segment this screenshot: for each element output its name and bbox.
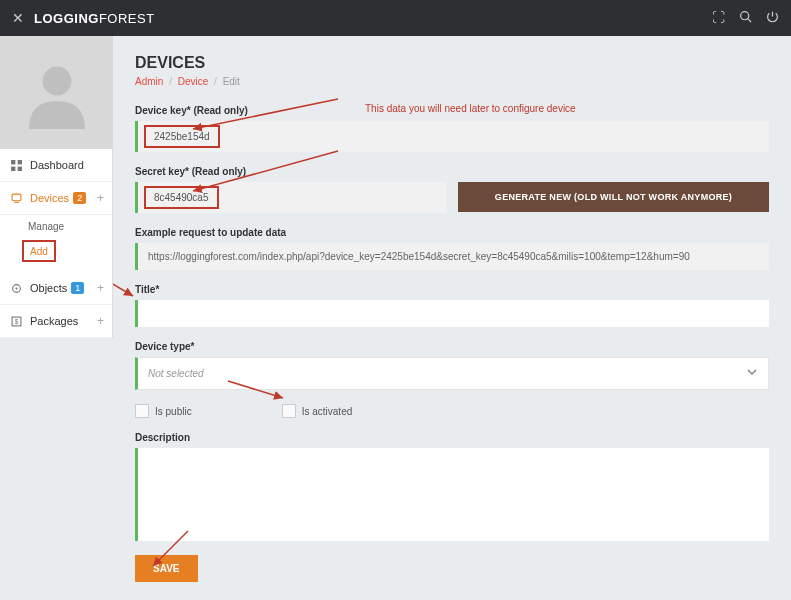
svg-rect-8 bbox=[14, 201, 18, 202]
svg-line-15 bbox=[113, 231, 133, 296]
sidebar-sub-add[interactable]: Add bbox=[22, 240, 56, 262]
secret-key-label: Secret key* (Read only) bbox=[135, 166, 769, 177]
secret-key-value: 8c45490ca5 bbox=[144, 186, 219, 209]
device-type-label: Device type* bbox=[135, 341, 769, 352]
description-block: Description bbox=[135, 432, 769, 541]
avatar bbox=[0, 36, 113, 149]
device-type-block: Device type* Not selected bbox=[135, 341, 769, 390]
dashboard-icon bbox=[10, 160, 22, 171]
packages-icon: $ bbox=[10, 316, 22, 327]
close-icon[interactable]: ✕ bbox=[12, 10, 24, 26]
bc-device[interactable]: Device bbox=[178, 76, 209, 87]
device-type-placeholder: Not selected bbox=[148, 368, 746, 379]
sidebar-label: Dashboard bbox=[30, 159, 84, 171]
main-content: DEVICES Admin / Device / Edit Device key… bbox=[113, 36, 791, 600]
svg-point-2 bbox=[42, 66, 71, 95]
sidebar-label: Devices bbox=[30, 192, 69, 204]
fullscreen-icon[interactable]: ⛶ bbox=[712, 10, 725, 26]
svg-text:$: $ bbox=[14, 318, 18, 325]
description-label: Description bbox=[135, 432, 769, 443]
is-activated-label: Is activated bbox=[302, 406, 353, 417]
example-request-wrap bbox=[135, 243, 769, 270]
device-key-value: 2425be154d bbox=[144, 125, 220, 148]
topbar-actions: ⛶ bbox=[712, 10, 779, 26]
is-public-check[interactable]: Is public bbox=[135, 404, 192, 418]
svg-point-10 bbox=[15, 287, 17, 289]
sidebar: Dashboard Devices 2 + Manage Add O bbox=[0, 149, 113, 338]
page-title: DEVICES bbox=[135, 54, 769, 72]
devices-badge: 2 bbox=[73, 192, 86, 204]
device-key-wrap: 2425be154d bbox=[135, 121, 769, 152]
brand-logo: LOGGINGFOREST bbox=[34, 11, 155, 26]
devices-icon bbox=[10, 193, 22, 204]
sidebar-item-dashboard[interactable]: Dashboard bbox=[0, 149, 112, 182]
bc-edit: Edit bbox=[223, 76, 240, 87]
sidebar-label: Packages bbox=[30, 315, 78, 327]
description-input[interactable] bbox=[138, 448, 769, 538]
svg-rect-5 bbox=[11, 166, 15, 170]
expand-icon[interactable]: + bbox=[97, 281, 104, 295]
svg-point-0 bbox=[741, 12, 749, 20]
generate-new-button[interactable]: GENERATE NEW (OLD WILL NOT WORK ANYMORE) bbox=[458, 182, 769, 212]
svg-rect-7 bbox=[12, 194, 21, 201]
title-label: Title* bbox=[135, 284, 769, 295]
sidebar-item-packages[interactable]: $ Packages + bbox=[0, 305, 112, 338]
objects-icon bbox=[10, 283, 22, 294]
chevron-down-icon bbox=[746, 366, 758, 381]
brand-bold: LOGGING bbox=[34, 11, 99, 26]
svg-line-1 bbox=[748, 19, 751, 22]
sidebar-sub-manage[interactable]: Manage bbox=[0, 215, 112, 238]
checkbox-icon bbox=[282, 404, 296, 418]
example-request-label: Example request to update data bbox=[135, 227, 769, 238]
config-hint: This data you will need later to configu… bbox=[365, 103, 576, 114]
device-type-select[interactable]: Not selected bbox=[135, 357, 769, 390]
save-button[interactable]: SAVE bbox=[135, 555, 198, 582]
title-block: Title* bbox=[135, 284, 769, 327]
description-wrap bbox=[135, 448, 769, 541]
expand-icon[interactable]: + bbox=[97, 314, 104, 328]
sidebar-label: Objects bbox=[30, 282, 67, 294]
example-request-block: Example request to update data bbox=[135, 227, 769, 270]
bc-admin[interactable]: Admin bbox=[135, 76, 163, 87]
power-icon[interactable] bbox=[766, 10, 779, 26]
svg-rect-4 bbox=[17, 160, 21, 164]
svg-rect-6 bbox=[17, 166, 21, 170]
example-request-value bbox=[138, 243, 769, 270]
expand-icon[interactable]: + bbox=[97, 191, 104, 205]
title-wrap bbox=[135, 300, 769, 327]
checkbox-row: Is public Is activated bbox=[135, 404, 769, 418]
left-column: Dashboard Devices 2 + Manage Add O bbox=[0, 36, 113, 600]
secret-key-block: Secret key* (Read only) 8c45490ca5 GENER… bbox=[135, 166, 769, 213]
is-public-label: Is public bbox=[155, 406, 192, 417]
breadcrumb: Admin / Device / Edit bbox=[135, 76, 769, 87]
svg-rect-3 bbox=[11, 160, 15, 164]
is-activated-check[interactable]: Is activated bbox=[282, 404, 353, 418]
sidebar-item-objects[interactable]: Objects 1 + bbox=[0, 272, 112, 305]
objects-badge: 1 bbox=[71, 282, 84, 294]
checkbox-icon bbox=[135, 404, 149, 418]
secret-key-wrap: 8c45490ca5 bbox=[135, 182, 446, 213]
sidebar-item-devices[interactable]: Devices 2 + bbox=[0, 182, 112, 215]
search-icon[interactable] bbox=[739, 10, 752, 26]
brand-light: FOREST bbox=[99, 11, 155, 26]
device-key-block: Device key* (Read only) 2425be154d This … bbox=[135, 105, 769, 152]
topbar: ✕ LOGGINGFOREST ⛶ bbox=[0, 0, 791, 36]
title-input[interactable] bbox=[138, 300, 769, 327]
